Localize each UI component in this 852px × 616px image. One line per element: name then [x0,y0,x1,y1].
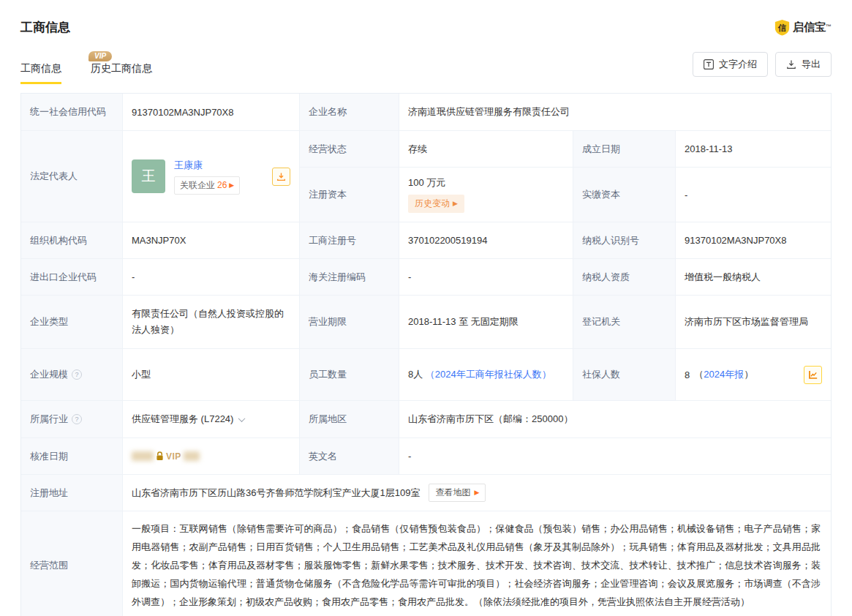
reg-authority-value: 济南市历下区市场监督管理局 [676,296,831,348]
org-code-label: 组织机构代码 [21,222,123,258]
table-row: 经营状态 存续 成立日期 2018-11-13 [300,131,831,168]
industry-value: 供应链管理服务 (L7224) [132,413,233,426]
vip-label: VIP [166,451,181,462]
download-icon [276,172,286,181]
reg-capital-cell: 100 万元 历史变动 ▶ [399,168,573,222]
business-term-value: 2018-11-13 至 无固定期限 [399,296,573,348]
action-buttons: 文字介绍 导出 [693,52,832,84]
line-chart-icon [808,369,818,380]
company-name-label: 企业名称 [300,94,399,130]
taxpayer-quality-value: 增值税一般纳税人 [676,259,831,295]
table-row: 所属行业 ? 供应链管理服务 (L7224) 所属地区 山东省济南市历下区（邮编… [21,401,831,438]
insured-trend-chart-button[interactable] [804,366,822,384]
legal-rep-cell: 王 王康康 关联企业 26 ▶ [123,131,300,222]
annual-report-staff-link[interactable]: （2024年工商年报社保人数） [426,369,551,380]
reg-address-value: 山东省济南市历下区历山路36号齐鲁师范学院利宝产业大厦1层109室 [132,487,420,500]
shield-logo-icon: 信 [774,19,790,36]
table-row: 经营范围 一般项目：互联网销售（除销售需要许可的商品）；食品销售（仅销售预包装食… [21,511,831,616]
top-bar: 工商信息 信 启信宝™ [20,0,832,36]
taxpayer-id-value: 91370102MA3NJP70X8 [676,222,831,258]
table-row: 统一社会信用代码 91370102MA3NJP70X8 企业名称 济南道珉供应链… [21,94,831,131]
arrow-right-icon: ▶ [474,489,479,496]
region-label: 所属地区 [300,401,399,437]
nested-rows: 经营状态 存续 成立日期 2018-11-13 注册资本 100 万元 历史变动… [300,131,831,222]
table-row: 企业规模 ? 小型 员工数量 8人 （2024年工商年报社保人数） 社保人数 8… [21,349,831,401]
insured-count-value: 8 [685,369,690,380]
biz-status-value: 存续 [399,131,573,167]
reg-authority-label: 登记机关 [573,296,676,348]
text-intro-button[interactable]: 文字介绍 [693,52,768,77]
region-value: 山东省济南市历下区（邮编：250000） [399,401,831,437]
legal-rep-label: 法定代表人 [21,131,123,222]
reg-number-value: 370102200519194 [399,222,573,258]
table-row: 核准日期 VIP 英文名 - [21,438,831,475]
company-scale-value: 小型 [123,349,300,400]
business-info-table: 统一社会信用代码 91370102MA3NJP70X8 企业名称 济南道珉供应链… [20,93,832,616]
logo-text: 启信宝™ [793,19,832,35]
svg-text:信: 信 [777,23,787,32]
qixinbao-logo: 信 启信宝™ [774,19,832,36]
chevron-down-icon [238,415,246,422]
view-map-button[interactable]: 查看地图 ▶ [429,484,486,502]
industry-label: 所属行业 ? [21,401,123,437]
customs-code-label: 海关注册编码 [300,259,399,295]
credit-code-label: 统一社会信用代码 [21,94,123,130]
export-button[interactable]: 导出 [775,52,832,77]
history-change-badge[interactable]: 历史变动 ▶ [408,195,464,213]
approval-date-vip-locked[interactable]: VIP [123,438,300,474]
reg-address-label: 注册地址 [21,475,123,511]
tab-business-info[interactable]: 工商信息 [20,62,61,84]
page-title: 工商信息 [20,19,70,36]
business-scope-label: 经营范围 [21,511,123,616]
table-row: 法定代表人 王 王康康 关联企业 26 ▶ [21,131,831,222]
annual-report-link[interactable]: 2024年报 [704,368,744,381]
table-row: 注册地址 山东省济南市历下区历山路36号齐鲁师范学院利宝产业大厦1层109室 查… [21,475,831,511]
text-icon [704,59,714,70]
company-name-value: 济南道珉供应链管理服务有限责任公司 [399,94,831,130]
blurred-text [132,451,154,461]
approval-date-label: 核准日期 [21,438,123,474]
staff-count-cell: 8人 （2024年工商年报社保人数） [399,349,573,400]
staff-count-label: 员工数量 [300,349,399,400]
taxpayer-id-label: 纳税人识别号 [573,222,676,258]
blurred-text [184,451,200,461]
org-code-value: MA3NJP70X [123,222,300,258]
company-scale-label: 企业规模 ? [21,349,123,400]
reg-capital-label: 注册资本 [300,168,399,222]
table-row: 进出口企业代码 - 海关注册编码 - 纳税人资质 增值税一般纳税人 [21,259,831,296]
table-row: 注册资本 100 万元 历史变动 ▶ 实缴资本 - [300,168,831,222]
industry-value-cell[interactable]: 供应链管理服务 (L7224) [123,401,300,437]
help-icon[interactable]: ? [72,369,82,380]
tab-history-business-info[interactable]: VIP 历史工商信息 [91,62,152,84]
reg-capital-value: 100 万元 [408,176,445,189]
tab-bar: 工商信息 VIP 历史工商信息 文字介绍 导出 [20,52,832,84]
avatar: 王 [132,159,165,193]
credit-code-value: 91370102MA3NJP70X8 [123,94,300,130]
english-name-label: 英文名 [300,438,399,474]
download-report-button[interactable] [272,168,290,186]
biz-status-label: 经营状态 [300,131,399,167]
arrow-right-icon: ▶ [229,182,234,189]
taxpayer-quality-label: 纳税人资质 [573,259,676,295]
import-export-code-value: - [123,259,300,295]
paid-capital-label: 实缴资本 [573,168,676,222]
table-row: 组织机构代码 MA3NJP70X 工商注册号 370102200519194 纳… [21,222,831,259]
paid-capital-value: - [676,168,831,222]
import-export-code-label: 进出口企业代码 [21,259,123,295]
legal-rep-name-link[interactable]: 王康康 [174,159,240,172]
related-companies-count: 26 [217,180,227,190]
business-scope-value: 一般项目：互联网销售（除销售需要许可的商品）；食品销售（仅销售预包装食品）；保健… [123,511,831,616]
business-term-label: 营业期限 [300,296,399,348]
arrow-right-icon: ▶ [453,200,458,207]
vip-badge: VIP [88,51,112,61]
staff-count-value: 8人 [408,369,423,380]
table-row: 企业类型 有限责任公司（自然人投资或控股的法人独资） 营业期限 2018-11-… [21,296,831,349]
company-type-value: 有限责任公司（自然人投资或控股的法人独资） [123,296,300,348]
lock-icon [156,451,164,461]
english-name-value: - [399,438,831,474]
related-companies-chip[interactable]: 关联企业 26 ▶ [174,176,240,195]
reg-address-cell: 山东省济南市历下区历山路36号齐鲁师范学院利宝产业大厦1层109室 查看地图 ▶ [123,475,831,511]
help-icon[interactable]: ? [72,414,82,424]
tabs: 工商信息 VIP 历史工商信息 [20,62,152,84]
insured-count-label: 社保人数 [573,349,676,400]
